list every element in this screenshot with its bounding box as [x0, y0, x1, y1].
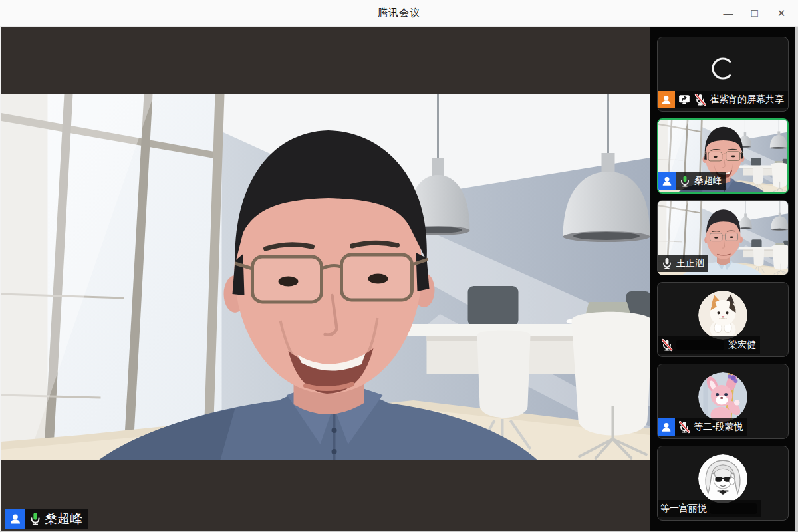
- mic-on-icon: [660, 257, 674, 270]
- participant-name: 等一宫丽悦: [660, 503, 707, 515]
- participant-name: 崔紫宵的屏幕共享: [710, 94, 784, 106]
- mic-muted-icon: [678, 420, 691, 434]
- cat-avatar-image: [698, 291, 747, 340]
- main-stage[interactable]: 桑超峰: [0, 27, 650, 531]
- participant-label: 等二-段蒙悦: [658, 418, 747, 436]
- mic-muted-icon: [694, 93, 707, 106]
- participant-label: 梁宏健: [658, 336, 760, 354]
- tencent-meeting-window: 腾讯会议 — □ ✕ 桑超峰: [0, 0, 798, 532]
- plush-avatar-image: [698, 372, 747, 422]
- participant-label: 崔紫宵的屏幕共享: [658, 91, 788, 108]
- participant-tile-video[interactable]: 王正汹: [657, 200, 789, 275]
- participant-name: 等二-段蒙悦: [694, 421, 743, 433]
- avatar: [698, 372, 747, 422]
- participant-name: 桑超峰: [694, 175, 722, 187]
- participant-tile-self[interactable]: 桑超峰: [657, 118, 789, 194]
- sidebar-scrollbar[interactable]: [795, 27, 798, 531]
- titlebar: 腾讯会议 — □ ✕: [0, 0, 798, 27]
- person-icon: [660, 421, 672, 433]
- main-video-feed[interactable]: [1, 94, 650, 460]
- person-icon: [660, 94, 672, 106]
- participant-label: 王正汹: [658, 255, 708, 272]
- close-button[interactable]: ✕: [770, 3, 793, 23]
- main-speaker-label: 桑超峰: [5, 509, 88, 529]
- avatar: [698, 291, 747, 340]
- main-speaker-name: 桑超峰: [45, 510, 82, 527]
- anime-avatar-image: [698, 454, 747, 503]
- participant-tile-avatar[interactable]: 等二-段蒙悦: [657, 364, 789, 439]
- member-badge: [658, 91, 675, 108]
- participant-tile-avatar[interactable]: 等一宫丽悦: [657, 446, 789, 521]
- loading-spinner-icon: [708, 54, 737, 83]
- participant-tile-avatar[interactable]: 梁宏健: [657, 282, 789, 357]
- minimize-button[interactable]: —: [717, 3, 739, 23]
- screen-share-icon: [678, 93, 691, 106]
- person-icon: [9, 512, 22, 525]
- window-title: 腾讯会议: [0, 7, 798, 19]
- participant-label: 等一宫丽悦: [658, 500, 761, 517]
- person-icon: [661, 175, 673, 187]
- participant-label: 桑超峰: [658, 172, 726, 190]
- window-controls: — □ ✕: [717, 3, 798, 23]
- mic-on-icon: [678, 174, 692, 188]
- participant-name: 梁宏健: [728, 339, 756, 351]
- mic-on-icon: [28, 511, 43, 526]
- member-badge: [658, 418, 675, 436]
- participant-sidebar: 崔紫宵的屏幕共享 桑超峰: [650, 27, 798, 531]
- member-badge: [5, 509, 25, 529]
- maximize-button[interactable]: □: [743, 3, 766, 23]
- meeting-content: 桑超峰 崔紫宵: [0, 27, 798, 531]
- member-badge: [658, 172, 676, 190]
- redaction-bar: [710, 503, 757, 514]
- participant-name: 王正汹: [676, 257, 704, 269]
- participant-tile-screen-share[interactable]: 崔紫宵的屏幕共享: [657, 37, 789, 112]
- redaction-bar: [676, 340, 724, 350]
- mic-muted-icon: [660, 338, 674, 352]
- avatar: [698, 454, 747, 503]
